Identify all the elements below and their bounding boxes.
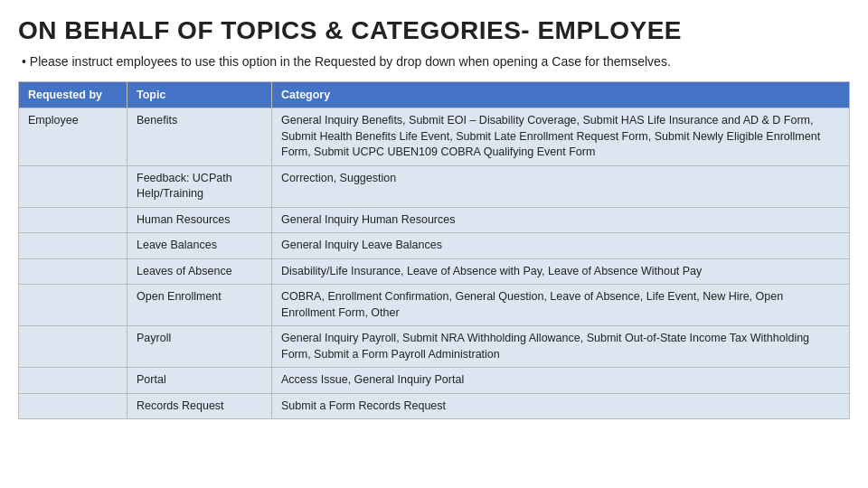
cell-requested-by [19, 233, 127, 259]
header-topic: Topic [127, 82, 272, 108]
table-row: Human ResourcesGeneral Inquiry Human Res… [19, 207, 850, 233]
cell-category: General Inquiry Leave Balances [272, 233, 850, 259]
table-row: Feedback: UCPath Help/TrainingCorrection… [19, 165, 850, 207]
cell-topic: Portal [127, 368, 272, 394]
cell-requested-by [19, 393, 127, 419]
table-row: Leaves of AbsenceDisability/Life Insuran… [19, 258, 850, 285]
cell-topic: Benefits [127, 108, 272, 166]
cell-category: Disability/Life Insurance, Leave of Abse… [272, 258, 850, 285]
cell-category: Access Issue, General Inquiry Portal [272, 368, 850, 394]
cell-topic: Records Request [127, 393, 272, 419]
cell-category: Submit a Form Records Request [272, 393, 850, 419]
cell-topic: Leaves of Absence [127, 258, 272, 285]
page-title: ON BEHALF OF TOPICS & CATEGORIES- EMPLOY… [18, 16, 850, 45]
cell-category: General Inquiry Payroll, Submit NRA With… [272, 326, 850, 368]
topics-table: Requested by Topic Category EmployeeBene… [18, 81, 850, 419]
cell-category: Correction, Suggestion [272, 165, 850, 207]
cell-category: General Inquiry Human Resources [272, 207, 850, 233]
cell-topic: Payroll [127, 326, 272, 368]
table-row: Records RequestSubmit a Form Records Req… [19, 393, 850, 419]
cell-topic: Human Resources [127, 207, 272, 233]
cell-requested-by [19, 207, 127, 233]
header-requested-by: Requested by [19, 82, 127, 108]
cell-category: General Inquiry Benefits, Submit EOI – D… [272, 108, 850, 166]
table-row: EmployeeBenefitsGeneral Inquiry Benefits… [19, 108, 850, 166]
cell-requested-by [19, 285, 127, 326]
subtitle: • Please instruct employees to use this … [18, 54, 850, 69]
cell-category: COBRA, Enrollment Confirmation, General … [272, 285, 850, 326]
cell-requested-by: Employee [19, 108, 127, 166]
table-row: PayrollGeneral Inquiry Payroll, Submit N… [19, 326, 850, 368]
cell-topic: Feedback: UCPath Help/Training [127, 165, 272, 207]
table-row: Open EnrollmentCOBRA, Enrollment Confirm… [19, 285, 850, 326]
cell-topic: Leave Balances [127, 233, 272, 259]
cell-requested-by [19, 258, 127, 285]
cell-requested-by [19, 326, 127, 368]
header-category: Category [272, 82, 850, 108]
cell-requested-by [19, 368, 127, 394]
table-header-row: Requested by Topic Category [19, 82, 850, 108]
cell-topic: Open Enrollment [127, 285, 272, 326]
table-row: Leave BalancesGeneral Inquiry Leave Bala… [19, 233, 850, 259]
cell-requested-by [19, 165, 127, 207]
table-row: PortalAccess Issue, General Inquiry Port… [19, 368, 850, 394]
bullet: • [22, 54, 30, 69]
